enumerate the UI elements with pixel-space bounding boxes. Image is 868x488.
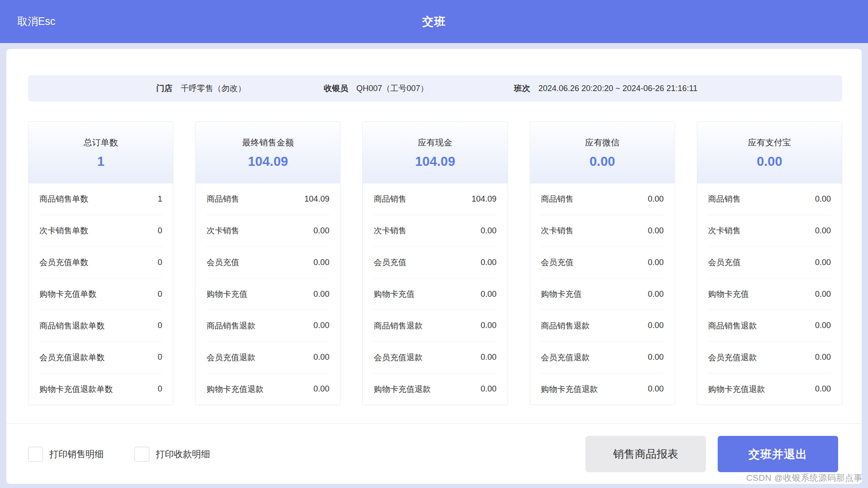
stat-value: 0.00: [648, 258, 664, 267]
handover-exit-button[interactable]: 交班并退出: [718, 436, 838, 472]
page-title: 交班: [422, 14, 446, 29]
stat-value: 0: [158, 226, 162, 236]
stat-row: 商品销售 0.00: [708, 184, 831, 215]
stat-row: 购物卡充值 0.00: [374, 278, 496, 310]
stat-row: 购物卡充值退款 0.00: [541, 373, 664, 405]
stat-label: 购物卡充值退款: [374, 384, 431, 395]
stat-value: 104.09: [472, 194, 497, 204]
stat-row: 购物卡充值退款 0.00: [708, 373, 831, 405]
stat-value: 0.00: [648, 194, 664, 204]
stat-row: 购物卡充值 0.00: [708, 278, 831, 310]
stat-value: 0: [158, 321, 162, 330]
stat-label: 会员充值单数: [39, 257, 88, 268]
stat-value: 0.00: [815, 290, 831, 299]
cashier-value: QH007（工号007）: [356, 83, 428, 94]
stat-label: 商品销售退款: [206, 320, 255, 331]
card-value: 0.00: [590, 154, 615, 169]
stat-row: 商品销售 0.00: [541, 184, 664, 215]
stat-label: 会员充值: [541, 257, 574, 268]
card-rows: 商品销售 0.00 次卡销售 0.00 会员充值 0.00 购物卡充值 0.00…: [530, 184, 675, 405]
stat-label: 购物卡充值退款: [541, 384, 598, 395]
stat-row: 商品销售退款 0.00: [374, 309, 496, 341]
card-value: 1: [97, 154, 105, 169]
card-title: 应有支付宝: [748, 137, 791, 149]
stat-value: 0.00: [815, 226, 831, 236]
stat-row: 会员充值 0.00: [541, 246, 664, 278]
stat-row: 会员充值退款 0.00: [708, 341, 831, 373]
stat-label: 购物卡充值退款: [206, 384, 264, 395]
stat-label: 商品销售单数: [39, 193, 88, 204]
stat-value: 0.00: [815, 194, 831, 204]
stat-row: 购物卡充值退款 0.00: [206, 373, 329, 405]
stat-value: 0: [158, 353, 162, 362]
top-bar: 取消Esc 交班: [0, 0, 868, 43]
summary-card: 应有微信 0.00 商品销售 0.00 次卡销售 0.00 会员充值 0.00 …: [530, 121, 675, 405]
card-title: 应有现金: [418, 137, 452, 149]
stat-row: 商品销售单数 1: [39, 184, 162, 215]
footer-bar: 打印销售明细 打印收款明细 销售商品报表 交班并退出: [28, 436, 838, 472]
card-rows: 商品销售 0.00 次卡销售 0.00 会员充值 0.00 购物卡充值 0.00…: [697, 184, 842, 405]
main-panel: 门店 千呼零售（勿改） 收银员 QH007（工号007） 班次 2024.06.…: [6, 49, 862, 484]
store-label: 门店: [156, 83, 173, 94]
stat-value: 0.00: [815, 321, 831, 330]
stat-row: 次卡销售 0.00: [206, 215, 329, 246]
stat-row: 会员充值退款 0.00: [206, 341, 329, 373]
stat-row: 会员充值 0.00: [206, 246, 329, 278]
stat-label: 会员充值退款: [541, 352, 590, 363]
card-header: 最终销售金额 104.09: [196, 122, 340, 184]
stat-label: 商品销售退款: [541, 320, 590, 331]
stat-value: 0.00: [648, 321, 664, 330]
stat-row: 商品销售退款 0.00: [708, 309, 831, 341]
stat-row: 次卡销售单数 0: [39, 215, 162, 246]
stat-value: 0.00: [313, 290, 329, 299]
stat-row: 会员充值 0.00: [708, 246, 831, 278]
stat-value: 0.00: [481, 290, 497, 299]
stat-row: 商品销售退款 0.00: [541, 309, 664, 341]
stat-row: 购物卡充值退款单数 0: [39, 373, 162, 405]
shift-info-bar: 门店 千呼零售（勿改） 收银员 QH007（工号007） 班次 2024.06.…: [28, 75, 842, 101]
card-title: 最终销售金额: [242, 137, 294, 149]
stat-value: 0.00: [313, 226, 329, 236]
stat-value: 0.00: [481, 258, 497, 267]
print-payment-detail-checkbox-group[interactable]: 打印收款明细: [134, 447, 210, 462]
card-header: 应有微信 0.00: [530, 122, 675, 184]
stat-value: 0: [158, 384, 162, 394]
stat-label: 商品销售退款: [374, 320, 422, 331]
stat-label: 商品销售: [374, 193, 406, 204]
cashier-info: 收银员 QH007（工号007）: [324, 75, 428, 101]
card-rows: 商品销售 104.09 次卡销售 0.00 会员充值 0.00 购物卡充值 0.…: [363, 184, 507, 405]
stat-row: 次卡销售 0.00: [541, 215, 664, 246]
print-payment-detail-checkbox[interactable]: [134, 447, 149, 462]
cashier-label: 收银员: [324, 83, 348, 94]
stat-row: 会员充值 0.00: [374, 246, 496, 278]
stat-label: 商品销售: [541, 193, 574, 204]
stat-row: 购物卡充值 0.00: [206, 278, 329, 310]
cancel-button[interactable]: 取消Esc: [17, 0, 55, 43]
cards-row: 总订单数 1 商品销售单数 1 次卡销售单数 0 会员充值单数 0 购物卡充值单…: [28, 121, 842, 405]
stat-label: 次卡销售: [374, 225, 406, 236]
stat-value: 0.00: [481, 353, 497, 362]
stat-row: 商品销售退款单数 0: [39, 309, 162, 341]
sales-report-button[interactable]: 销售商品报表: [585, 436, 706, 472]
print-sales-detail-checkbox[interactable]: [28, 447, 43, 462]
stat-row: 商品销售 104.09: [374, 184, 496, 215]
summary-card: 总订单数 1 商品销售单数 1 次卡销售单数 0 会员充值单数 0 购物卡充值单…: [28, 121, 173, 405]
stat-row: 会员充值退款 0.00: [374, 341, 496, 373]
shift-value: 2024.06.26 20:20:20 ~ 2024-06-26 21:16:1…: [538, 84, 697, 93]
card-header: 应有支付宝 0.00: [697, 122, 842, 184]
stat-label: 次卡销售单数: [39, 225, 88, 236]
stat-value: 0.00: [815, 353, 831, 362]
stat-value: 0.00: [648, 384, 664, 394]
stat-value: 0.00: [313, 353, 329, 362]
stat-value: 0: [158, 258, 162, 267]
card-title: 总订单数: [84, 137, 118, 149]
stat-label: 购物卡充值: [374, 289, 414, 300]
stat-value: 0.00: [313, 321, 329, 330]
print-sales-detail-checkbox-group[interactable]: 打印销售明细: [28, 447, 104, 462]
stat-value: 0.00: [481, 321, 497, 330]
stat-label: 会员充值: [206, 257, 239, 268]
stat-label: 购物卡充值: [206, 289, 247, 300]
stat-value: 0.00: [313, 258, 329, 267]
stat-row: 购物卡充值 0.00: [541, 278, 664, 310]
stat-value: 0.00: [648, 353, 664, 362]
